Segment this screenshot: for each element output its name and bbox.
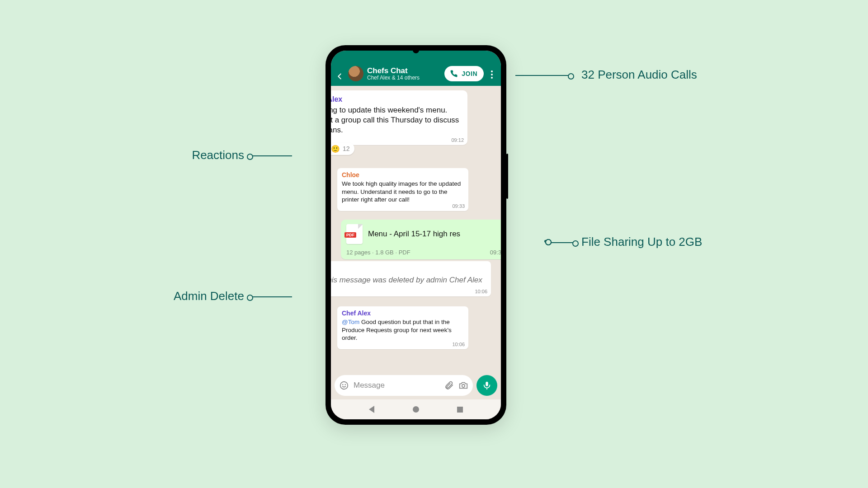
chat-title: Chefs Chat <box>367 66 441 75</box>
connector-audio <box>515 75 570 76</box>
sender-label: Chloe <box>342 171 465 179</box>
svg-point-1 <box>343 385 343 385</box>
voice-message-button[interactable] <box>476 375 497 396</box>
sender-label: Chef Alex <box>331 95 461 104</box>
connector-reactions <box>251 155 292 156</box>
callout-audio-calls: 32 Person Audio Calls <box>581 68 697 82</box>
message-input[interactable]: Message <box>335 375 473 396</box>
pdf-badge-label: PDF <box>344 232 356 238</box>
message-chloe[interactable]: Chloe We took high quality images for th… <box>337 168 468 211</box>
emoji-icon[interactable] <box>339 380 349 390</box>
deleted-text: This message was deleted by admin Chef A… <box>331 275 482 286</box>
phone-camera-dot <box>413 47 419 53</box>
phone-frame: Chefs Chat Chef Alex & 14 others JOIN Ch… <box>326 45 506 425</box>
callout-admin-delete: Admin Delete <box>154 289 244 303</box>
svg-point-3 <box>462 385 465 387</box>
phone-icon <box>449 69 459 79</box>
back-button[interactable] <box>335 71 344 81</box>
reaction-smile: 🙂 <box>331 145 340 153</box>
sender-label: Chef Alex <box>342 309 465 317</box>
nav-recents[interactable] <box>457 407 463 413</box>
message-time: 10:06 <box>475 288 487 295</box>
message-text: We took high quality images for the upda… <box>342 180 465 204</box>
message-file-outgoing[interactable]: PDF Menu - April 15-17 high res 12 pages… <box>341 220 501 259</box>
message-deleted-by-admin[interactable]: Tom This message was deleted by admin Ch… <box>331 261 491 296</box>
callout-file-sharing: File Sharing Up to 2GB <box>581 235 702 249</box>
reaction-count: 12 <box>343 145 350 152</box>
message-time: 09:34 <box>490 249 501 256</box>
message-time: 09:33 <box>452 203 465 209</box>
mention: @Tom <box>342 319 359 325</box>
join-label: JOIN <box>462 70 477 77</box>
camera-icon[interactable] <box>458 380 468 390</box>
callout-reactions: Reactions <box>172 148 244 162</box>
svg-point-0 <box>340 382 348 389</box>
sender-label: Tom <box>331 265 485 274</box>
message-chef-alex-1[interactable]: Chef Alex Working to update this weekend… <box>331 90 467 145</box>
nav-home[interactable] <box>413 406 419 413</box>
svg-rect-4 <box>486 382 488 386</box>
android-nav-bar <box>331 399 501 419</box>
join-call-button[interactable]: JOIN <box>444 66 484 81</box>
attach-icon[interactable] <box>444 380 454 390</box>
input-placeholder: Message <box>354 381 439 390</box>
message-chef-alex-2[interactable]: Chef Alex @Tom Good question but put tha… <box>337 306 468 349</box>
connector-admin-delete <box>251 296 292 297</box>
pdf-file-icon: PDF <box>346 224 363 244</box>
nav-back[interactable] <box>369 406 374 413</box>
more-options-button[interactable] <box>487 68 496 81</box>
connector-file-dot <box>544 240 547 243</box>
reactions-pill[interactable]: 👍 🙏 🙂 12 <box>331 142 354 155</box>
connector-file <box>549 242 574 243</box>
chat-header: Chefs Chat Chef Alex & 14 others JOIN <box>331 51 501 86</box>
chat-body: Chef Alex Working to update this weekend… <box>331 86 501 419</box>
header-titles[interactable]: Chefs Chat Chef Alex & 14 others <box>367 66 441 81</box>
file-name: Menu - April 15-17 high res <box>368 230 460 239</box>
chat-subtitle: Chef Alex & 14 others <box>367 75 441 81</box>
message-time: 10:06 <box>452 341 465 347</box>
message-input-bar: Message <box>335 375 497 396</box>
phone-screen: Chefs Chat Chef Alex & 14 others JOIN Ch… <box>331 51 501 419</box>
file-meta: 12 pages · 1.8 GB · PDF <box>346 249 410 256</box>
svg-point-2 <box>345 385 345 385</box>
message-text: Working to update this weekend's menu. E… <box>331 105 461 135</box>
message-time: 09:12 <box>451 137 464 143</box>
group-avatar[interactable] <box>348 66 363 81</box>
